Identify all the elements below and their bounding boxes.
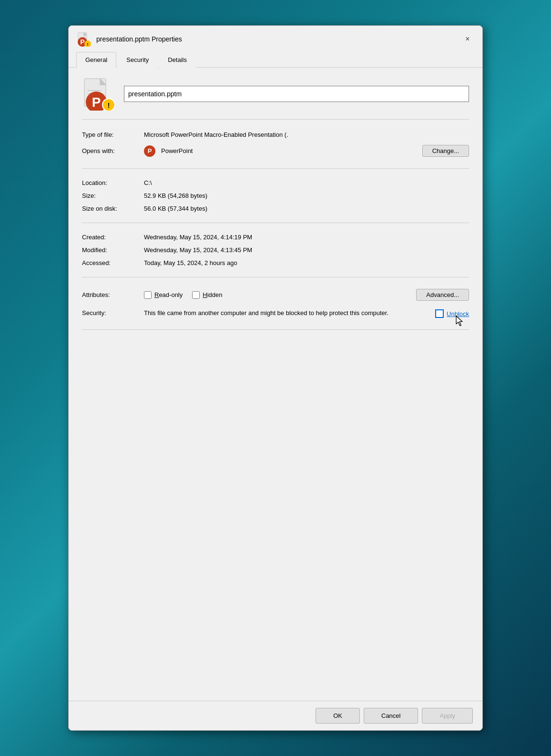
unblock-checkbox[interactable] (435, 309, 444, 318)
opens-with-row: Opens with: P PowerPoint Change... (82, 141, 469, 161)
modified-row: Modified: Wednesday, May 15, 2024, 4:13:… (82, 244, 469, 256)
hidden-label: Hidden (203, 291, 222, 298)
accessed-value: Today, May 15, 2024, 2 hours ago (144, 259, 469, 266)
tab-bar: General Security Details (69, 51, 482, 68)
accessed-label: Accessed: (82, 259, 144, 266)
readonly-checkbox-item[interactable]: Read-only (144, 291, 183, 299)
size-row: Size: 52.9 KB (54,268 bytes) (82, 189, 469, 202)
modified-label: Modified: (82, 246, 144, 254)
dialog-title: presentation.pptm Properties (96, 35, 182, 43)
svg-text:!: ! (108, 102, 110, 109)
location-label: Location: (82, 179, 144, 186)
location-row: Location: C:\ (82, 176, 469, 189)
close-button[interactable]: × (460, 32, 475, 46)
file-header: P ! (82, 77, 469, 120)
unblock-label[interactable]: Unblock (447, 310, 469, 317)
type-label: Type of file: (82, 131, 144, 138)
svg-text:P: P (92, 95, 101, 110)
type-value: Microsoft PowerPoint Macro-Enabled Prese… (144, 131, 469, 138)
size-on-disk-row: Size on disk: 56.0 KB (57,344 bytes) (82, 202, 469, 215)
size-on-disk-label: Size on disk: (82, 205, 144, 212)
svg-marker-16 (456, 316, 462, 326)
hidden-checkbox-item[interactable]: Hidden (192, 291, 222, 299)
tab-content: P ! Type of file: Microsoft PowerPoint M… (69, 68, 482, 701)
attributes-section: Attributes: Read-only Hidden Advanced...… (82, 285, 469, 330)
attributes-label: Attributes: (82, 291, 144, 298)
properties-dialog: P ! presentation.pptm Properties × Gener… (68, 25, 483, 731)
cancel-button[interactable]: Cancel (364, 708, 418, 724)
opens-with-content: P PowerPoint Change... (144, 145, 469, 157)
opens-with-label: Opens with: (82, 147, 144, 154)
security-inner: This file came from another computer and… (144, 308, 469, 318)
tab-general[interactable]: General (76, 52, 116, 68)
filename-input[interactable] (124, 86, 469, 102)
readonly-checkbox[interactable] (144, 291, 152, 299)
opens-with-app: PowerPoint (161, 147, 193, 154)
ok-button[interactable]: OK (316, 708, 360, 724)
title-bar-left: P ! presentation.pptm Properties (76, 31, 182, 47)
type-section: Type of file: Microsoft PowerPoint Macro… (82, 128, 469, 169)
size-on-disk-value: 56.0 KB (57,344 bytes) (144, 205, 469, 212)
readonly-label: Read-only (154, 291, 183, 298)
dates-section: Created: Wednesday, May 15, 2024, 4:14:1… (82, 231, 469, 277)
created-label: Created: (82, 234, 144, 241)
hidden-checkbox[interactable] (192, 291, 200, 299)
attributes-controls: Read-only Hidden Advanced... (144, 289, 469, 301)
unblock-area: Unblock (435, 308, 469, 318)
created-row: Created: Wednesday, May 15, 2024, 4:14:1… (82, 231, 469, 244)
dialog-footer: OK Cancel Apply (69, 701, 482, 730)
svg-text:P: P (80, 38, 84, 46)
modified-value: Wednesday, May 15, 2024, 4:13:45 PM (144, 246, 469, 254)
size-label: Size: (82, 192, 144, 199)
location-section: Location: C:\ Size: 52.9 KB (54,268 byte… (82, 176, 469, 223)
svg-text:!: ! (87, 42, 89, 47)
created-value: Wednesday, May 15, 2024, 4:14:19 PM (144, 234, 469, 241)
security-row: Security: This file came from another co… (82, 305, 469, 322)
title-bar: P ! presentation.pptm Properties × (69, 26, 482, 51)
change-button[interactable]: Change... (422, 145, 469, 157)
tab-security[interactable]: Security (117, 52, 158, 68)
security-label: Security: (82, 308, 144, 317)
advanced-button[interactable]: Advanced... (416, 289, 469, 301)
title-file-icon: P ! (76, 31, 92, 47)
apply-button[interactable]: Apply (422, 708, 473, 724)
size-value: 52.9 KB (54,268 bytes) (144, 192, 469, 199)
accessed-row: Accessed: Today, May 15, 2024, 2 hours a… (82, 256, 469, 269)
file-icon: P ! (82, 77, 115, 111)
tab-details[interactable]: Details (159, 52, 196, 68)
attributes-row: Attributes: Read-only Hidden Advanced... (82, 285, 469, 305)
powerpoint-icon: P (144, 145, 155, 157)
security-text: This file came from another computer and… (144, 308, 426, 318)
type-row: Type of file: Microsoft PowerPoint Macro… (82, 128, 469, 141)
location-value: C:\ (144, 179, 469, 186)
